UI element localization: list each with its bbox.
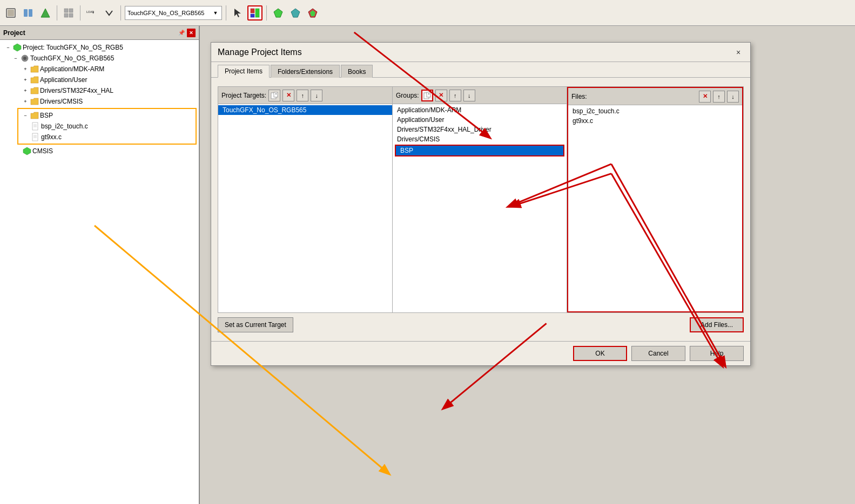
cancel-button[interactable]: Cancel [631,346,685,361]
svg-rect-9 [69,13,73,17]
svg-rect-3 [29,9,32,17]
delete-target-button[interactable]: ✕ [282,90,294,101]
manage-project-dialog: Manage Project Items × Project Items Fol… [211,42,751,366]
svg-rect-11 [251,9,254,13]
toolbar-divider-5 [266,5,267,21]
move-group-down-button[interactable]: ↓ [463,90,475,101]
tree-item-bsp-file1[interactable]: bsp_i2c_touch.c [19,121,194,132]
toolbar-icon-down-arrow[interactable] [102,5,117,21]
tree-label-stm32: Drivers/STM32F4xx_HAL [40,87,113,94]
help-button[interactable]: Help [690,346,744,361]
tree-label-mdk: Application/MDK-ARM [40,65,104,73]
folder-icon-cmsis [30,97,39,106]
tree-item-app-user[interactable]: + Application/User [0,74,199,85]
move-target-up-button[interactable]: ↑ [297,90,308,101]
move-group-up-button[interactable]: ↑ [449,90,461,101]
toolbar-icon-1[interactable] [3,5,18,21]
project-icon [13,43,22,52]
dialog-titlebar: Manage Project Items × [211,43,750,62]
toolbar-icon-grid[interactable] [61,5,76,21]
file-item-0[interactable]: bsp_i2c_touch.c [568,106,742,116]
expand-icon-bsp[interactable]: − [22,112,29,119]
new-group-button[interactable] [421,90,433,101]
toolbar-gem-teal[interactable] [288,5,303,21]
tree-item-root-folder[interactable]: − TouchGFX_No_OS_RGB565 [0,53,199,64]
toolbar-icon-load[interactable]: LOAD [84,5,99,21]
project-tree: − Project: TouchGFX_No_OS_RGB5 − Tou [0,40,199,504]
svg-rect-1 [8,10,14,16]
files-title: Files: [571,93,587,100]
tree-label-bsp-file1: bsp_i2c_touch.c [41,122,88,130]
files-list: bsp_i2c_touch.c gt9xx.c [568,105,742,311]
main-area: Project 📌 ✕ − Project: TouchGFX_No_OS_RG… [0,26,855,504]
panel-close-button[interactable]: ✕ [187,29,196,37]
files-header: Files: ✕ ↑ ↓ [568,88,742,105]
tab-folders-extensions[interactable]: Folders/Extensions [271,65,340,78]
toolbar-icon-cursor[interactable] [230,5,245,21]
files-column: Files: ✕ ↑ ↓ bsp_i2c_touch.c gt9xx.c [567,87,743,312]
move-file-up-button[interactable]: ↑ [713,91,725,103]
expand-icon-user[interactable]: + [22,76,29,84]
tree-label-user: Application/User [40,76,87,84]
expand-icon-cmsis[interactable]: + [22,98,29,105]
toolbar-icon-2[interactable] [21,5,36,21]
tab-project-items[interactable]: Project Items [218,65,270,78]
tree-item-bsp[interactable]: − BSP [19,110,194,121]
file-item-1[interactable]: gt9xx.c [568,116,742,126]
tree-item-bsp-file2[interactable]: gt9xx.c [19,132,194,142]
target-item-0[interactable]: TouchGFX_No_OS_RGB565 [218,105,392,115]
pin-icon[interactable]: 📌 [177,29,186,37]
svg-point-20 [23,57,26,60]
group-item-bsp[interactable]: BSP [396,146,563,155]
toolbar-divider-2 [80,5,80,21]
group-item-1[interactable]: Application/User [393,115,567,125]
groups-header: Groups: ✕ ↑ [393,87,567,104]
svg-rect-6 [64,9,68,12]
group-item-3[interactable]: Drivers/CMSIS [393,134,567,144]
target-dropdown[interactable]: TouchGFX_No_OS_RGB565 ▼ [125,6,222,20]
project-panel-header: Project 📌 ✕ [0,26,199,40]
tree-label-bsp: BSP [40,112,53,119]
tree-item-stm32[interactable]: + Drivers/STM32F4xx_HAL [0,85,199,96]
ok-button[interactable]: OK [573,346,627,361]
toolbar-divider-4 [226,5,226,21]
footer-buttons: OK Cancel Help [573,346,744,361]
project-panel: Project 📌 ✕ − Project: TouchGFX_No_OS_RG… [0,26,200,504]
move-target-down-button[interactable]: ↓ [311,90,322,101]
expand-icon-stm32[interactable]: + [22,87,29,94]
expand-icon-root[interactable]: − [12,55,19,62]
delete-group-button[interactable]: ✕ [435,90,447,101]
svg-marker-15 [291,9,300,17]
new-target-button[interactable] [268,90,280,101]
project-panel-title: Project [3,29,25,37]
tab-books[interactable]: Books [341,65,373,78]
tree-item-cmsis-gem[interactable]: CMSIS [0,146,199,156]
group-item-0[interactable]: Application/MDK-ARM [393,105,567,115]
expand-icon[interactable]: − [4,44,12,51]
tree-item-mdk-arm[interactable]: + Application/MDK-ARM [0,64,199,74]
delete-file-button[interactable]: ✕ [699,91,711,103]
bsp-highlight-box: − BSP [17,108,197,145]
toolbar-icon-3[interactable] [38,5,53,21]
svg-rect-21 [32,122,38,130]
add-files-button[interactable]: Add Files... [690,317,744,332]
expand-icon-mdk[interactable]: + [22,65,29,73]
dropdown-arrow-icon: ▼ [212,9,219,17]
manage-project-items-button[interactable] [247,5,262,21]
svg-rect-7 [69,9,73,12]
svg-rect-12 [251,14,254,17]
folder-icon-user [30,76,39,84]
panel-icons: 📌 ✕ [177,29,196,37]
move-file-down-button[interactable]: ↓ [727,91,739,103]
dialog-close-button[interactable]: × [733,47,744,58]
inline-buttons-row: Set as Current Target Add Files... [218,317,744,332]
tree-item-cmsis[interactable]: + Drivers/CMSIS [0,96,199,107]
toolbar-gem-multicolor[interactable] [305,5,320,21]
targets-column: Project Targets: ✕ [218,87,393,312]
gear-gem-icon [21,54,29,63]
set-current-target-button[interactable]: Set as Current Target [218,317,293,332]
group-item-2[interactable]: Drivers/STM32F4xx_HAL_Driver [393,125,567,134]
toolbar-gem-green[interactable] [271,5,286,21]
gem-icon-cmsis [23,147,31,155]
tree-item-project[interactable]: − Project: TouchGFX_No_OS_RGB5 [0,42,199,53]
